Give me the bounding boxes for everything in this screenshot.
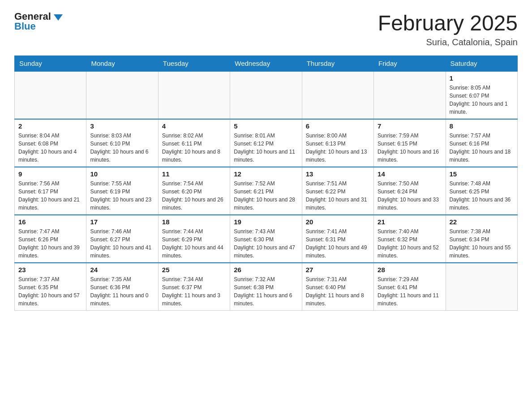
- logo-blue: Blue: [14, 21, 36, 32]
- calendar-cell: [15, 71, 86, 119]
- calendar-week-1: 1Sunrise: 8:05 AMSunset: 6:07 PMDaylight…: [15, 71, 518, 119]
- location: Suria, Catalonia, Spain: [378, 37, 518, 47]
- logo: General Blue: [14, 11, 63, 32]
- calendar-week-3: 9Sunrise: 7:56 AMSunset: 6:17 PMDaylight…: [15, 167, 518, 215]
- calendar-cell: [158, 71, 230, 119]
- day-info: Sunrise: 7:40 AMSunset: 6:32 PMDaylight:…: [378, 227, 442, 260]
- calendar-cell: 5Sunrise: 8:01 AMSunset: 6:12 PMDaylight…: [230, 119, 302, 167]
- day-info: Sunrise: 7:48 AMSunset: 6:25 PMDaylight:…: [450, 180, 514, 212]
- calendar-cell: 7Sunrise: 7:59 AMSunset: 6:15 PMDaylight…: [374, 119, 446, 167]
- calendar-cell: [86, 71, 158, 119]
- day-number: 9: [18, 170, 82, 178]
- day-number: 26: [234, 266, 298, 274]
- calendar-cell: 14Sunrise: 7:50 AMSunset: 6:24 PMDayligh…: [374, 167, 446, 215]
- calendar-cell: 23Sunrise: 7:37 AMSunset: 6:35 PMDayligh…: [15, 263, 86, 311]
- calendar-header: SundayMondayTuesdayWednesdayThursdayFrid…: [15, 56, 518, 72]
- day-info: Sunrise: 7:35 AMSunset: 6:36 PMDaylight:…: [90, 275, 154, 308]
- weekday-header-monday: Monday: [86, 56, 158, 72]
- day-info: Sunrise: 7:47 AMSunset: 6:26 PMDaylight:…: [18, 227, 82, 260]
- logo-triangle-icon: [54, 14, 63, 21]
- day-info: Sunrise: 7:31 AMSunset: 6:40 PMDaylight:…: [306, 275, 370, 308]
- calendar-cell: 2Sunrise: 8:04 AMSunset: 6:08 PMDaylight…: [15, 119, 86, 167]
- day-info: Sunrise: 8:02 AMSunset: 6:11 PMDaylight:…: [162, 132, 226, 164]
- calendar-cell: 22Sunrise: 7:38 AMSunset: 6:34 PMDayligh…: [446, 215, 517, 263]
- calendar-cell: 1Sunrise: 8:05 AMSunset: 6:07 PMDaylight…: [446, 71, 517, 119]
- day-info: Sunrise: 8:00 AMSunset: 6:13 PMDaylight:…: [306, 132, 370, 164]
- month-title: February 2025: [378, 11, 518, 35]
- calendar-cell: 19Sunrise: 7:43 AMSunset: 6:30 PMDayligh…: [230, 215, 302, 263]
- calendar-cell: [374, 71, 446, 119]
- day-info: Sunrise: 7:59 AMSunset: 6:15 PMDaylight:…: [378, 132, 442, 164]
- day-info: Sunrise: 8:05 AMSunset: 6:07 PMDaylight:…: [450, 84, 514, 116]
- day-info: Sunrise: 7:52 AMSunset: 6:21 PMDaylight:…: [234, 180, 298, 212]
- weekday-header-row: SundayMondayTuesdayWednesdayThursdayFrid…: [15, 56, 518, 72]
- calendar-table: SundayMondayTuesdayWednesdayThursdayFrid…: [14, 56, 518, 311]
- day-number: 5: [234, 122, 298, 130]
- calendar-cell: 24Sunrise: 7:35 AMSunset: 6:36 PMDayligh…: [86, 263, 158, 311]
- day-info: Sunrise: 8:01 AMSunset: 6:12 PMDaylight:…: [234, 132, 298, 164]
- calendar-cell: 17Sunrise: 7:46 AMSunset: 6:27 PMDayligh…: [86, 215, 158, 263]
- day-info: Sunrise: 8:04 AMSunset: 6:08 PMDaylight:…: [18, 132, 82, 164]
- calendar-cell: 8Sunrise: 7:57 AMSunset: 6:16 PMDaylight…: [446, 119, 517, 167]
- calendar-cell: 26Sunrise: 7:32 AMSunset: 6:38 PMDayligh…: [230, 263, 302, 311]
- day-info: Sunrise: 7:29 AMSunset: 6:41 PMDaylight:…: [378, 275, 442, 308]
- day-number: 13: [306, 170, 370, 178]
- calendar-cell: 16Sunrise: 7:47 AMSunset: 6:26 PMDayligh…: [15, 215, 86, 263]
- calendar-cell: 21Sunrise: 7:40 AMSunset: 6:32 PMDayligh…: [374, 215, 446, 263]
- day-number: 16: [18, 218, 82, 226]
- calendar-cell: 4Sunrise: 8:02 AMSunset: 6:11 PMDaylight…: [158, 119, 230, 167]
- page-header: General Blue February 2025 Suria, Catalo…: [14, 11, 518, 47]
- day-number: 6: [306, 122, 370, 130]
- day-info: Sunrise: 7:56 AMSunset: 6:17 PMDaylight:…: [18, 180, 82, 212]
- day-info: Sunrise: 7:46 AMSunset: 6:27 PMDaylight:…: [90, 227, 154, 260]
- calendar-cell: 15Sunrise: 7:48 AMSunset: 6:25 PMDayligh…: [446, 167, 517, 215]
- day-info: Sunrise: 7:32 AMSunset: 6:38 PMDaylight:…: [234, 275, 298, 308]
- calendar-week-4: 16Sunrise: 7:47 AMSunset: 6:26 PMDayligh…: [15, 215, 518, 263]
- day-info: Sunrise: 7:44 AMSunset: 6:29 PMDaylight:…: [162, 227, 226, 260]
- calendar-cell: 9Sunrise: 7:56 AMSunset: 6:17 PMDaylight…: [15, 167, 86, 215]
- day-info: Sunrise: 7:38 AMSunset: 6:34 PMDaylight:…: [450, 227, 514, 260]
- calendar-cell: 25Sunrise: 7:34 AMSunset: 6:37 PMDayligh…: [158, 263, 230, 311]
- day-number: 18: [162, 218, 226, 226]
- day-info: Sunrise: 7:51 AMSunset: 6:22 PMDaylight:…: [306, 180, 370, 212]
- calendar-cell: 6Sunrise: 8:00 AMSunset: 6:13 PMDaylight…: [302, 119, 373, 167]
- day-number: 2: [18, 122, 82, 130]
- weekday-header-thursday: Thursday: [302, 56, 373, 72]
- day-number: 27: [306, 266, 370, 274]
- day-number: 11: [162, 170, 226, 178]
- day-number: 24: [90, 266, 154, 274]
- day-info: Sunrise: 7:43 AMSunset: 6:30 PMDaylight:…: [234, 227, 298, 260]
- day-info: Sunrise: 7:41 AMSunset: 6:31 PMDaylight:…: [306, 227, 370, 260]
- day-number: 20: [306, 218, 370, 226]
- day-number: 1: [450, 74, 514, 82]
- day-number: 7: [378, 122, 442, 130]
- day-info: Sunrise: 8:03 AMSunset: 6:10 PMDaylight:…: [90, 132, 154, 164]
- calendar-cell: [230, 71, 302, 119]
- weekday-header-sunday: Sunday: [15, 56, 86, 72]
- day-number: 28: [378, 266, 442, 274]
- calendar-cell: 27Sunrise: 7:31 AMSunset: 6:40 PMDayligh…: [302, 263, 373, 311]
- day-number: 17: [90, 218, 154, 226]
- calendar-cell: 13Sunrise: 7:51 AMSunset: 6:22 PMDayligh…: [302, 167, 373, 215]
- day-number: 10: [90, 170, 154, 178]
- day-info: Sunrise: 7:54 AMSunset: 6:20 PMDaylight:…: [162, 180, 226, 212]
- day-number: 25: [162, 266, 226, 274]
- weekday-header-saturday: Saturday: [446, 56, 517, 72]
- day-number: 15: [450, 170, 514, 178]
- calendar-body: 1Sunrise: 8:05 AMSunset: 6:07 PMDaylight…: [15, 71, 518, 311]
- calendar-cell: [302, 71, 373, 119]
- calendar-week-2: 2Sunrise: 8:04 AMSunset: 6:08 PMDaylight…: [15, 119, 518, 167]
- day-number: 8: [450, 122, 514, 130]
- day-number: 19: [234, 218, 298, 226]
- weekday-header-wednesday: Wednesday: [230, 56, 302, 72]
- day-number: 14: [378, 170, 442, 178]
- calendar-week-5: 23Sunrise: 7:37 AMSunset: 6:35 PMDayligh…: [15, 263, 518, 311]
- calendar-cell: [446, 263, 517, 311]
- title-block: February 2025 Suria, Catalonia, Spain: [378, 11, 518, 47]
- calendar-cell: 28Sunrise: 7:29 AMSunset: 6:41 PMDayligh…: [374, 263, 446, 311]
- day-number: 4: [162, 122, 226, 130]
- calendar-cell: 18Sunrise: 7:44 AMSunset: 6:29 PMDayligh…: [158, 215, 230, 263]
- day-info: Sunrise: 7:57 AMSunset: 6:16 PMDaylight:…: [450, 132, 514, 164]
- calendar-cell: 3Sunrise: 8:03 AMSunset: 6:10 PMDaylight…: [86, 119, 158, 167]
- day-info: Sunrise: 7:50 AMSunset: 6:24 PMDaylight:…: [378, 180, 442, 212]
